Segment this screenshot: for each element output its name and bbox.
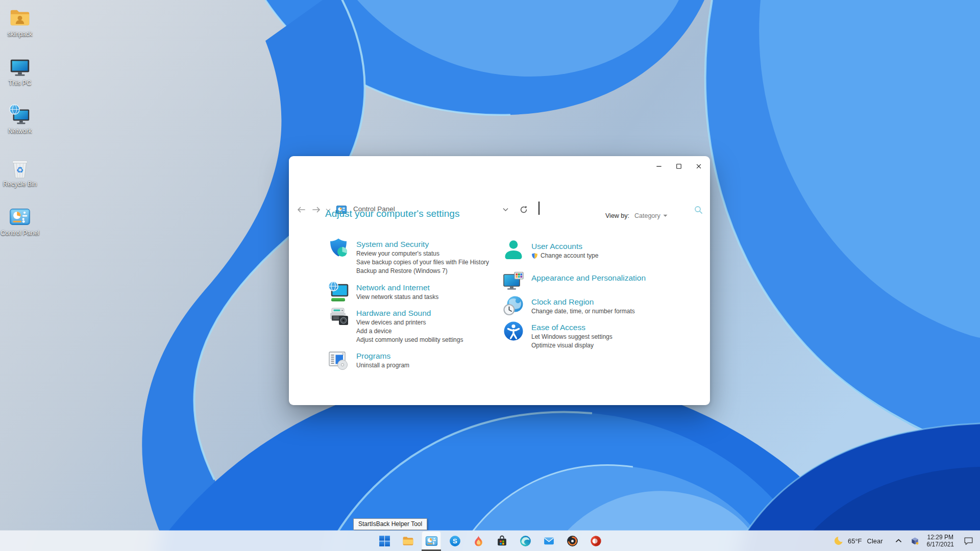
chevron-down-icon bbox=[503, 208, 508, 212]
appearance-personalization-icon bbox=[502, 270, 525, 293]
clock-widget[interactable]: 12:29 PM 6/17/2021 bbox=[927, 534, 954, 548]
category-link[interactable]: Let Windows suggest settings bbox=[531, 333, 612, 341]
desktop: skinpack This PC Network ♻ Recycl bbox=[0, 0, 980, 551]
close-icon bbox=[695, 163, 702, 170]
back-button[interactable] bbox=[295, 203, 307, 216]
desktop-icon-label: Network bbox=[0, 128, 40, 135]
desktop-icon-control-panel[interactable]: Control Panel bbox=[0, 205, 40, 237]
category-title[interactable]: Ease of Access bbox=[531, 322, 612, 333]
taskbar-start-button[interactable] bbox=[375, 531, 394, 550]
category-title[interactable]: Clock and Region bbox=[531, 296, 635, 307]
shield-security-icon bbox=[327, 237, 350, 259]
back-arrow-icon bbox=[296, 206, 306, 214]
category-hardware-and-sound: Hardware and Sound View devices and prin… bbox=[327, 308, 463, 344]
desktop-icon-label: This PC bbox=[0, 80, 40, 87]
network-icon bbox=[8, 103, 32, 127]
category-link[interactable]: Save backup copies of your files with Fi… bbox=[356, 258, 489, 267]
tray-app-button[interactable] bbox=[910, 536, 920, 546]
window-toolbar: Control Panel bbox=[289, 177, 710, 200]
category-link[interactable]: Add a device bbox=[356, 327, 463, 336]
recycle-bin-icon: ♻ bbox=[8, 156, 32, 180]
category-link[interactable]: Change account type bbox=[531, 252, 598, 260]
category-title[interactable]: Programs bbox=[356, 350, 409, 361]
window-titlebar[interactable] bbox=[289, 156, 710, 177]
weather-temp: 65°F bbox=[848, 537, 862, 545]
taskbar-flame-app-button[interactable] bbox=[469, 531, 488, 550]
edge-icon bbox=[519, 535, 532, 547]
programs-icon bbox=[327, 348, 350, 371]
control-panel-icon bbox=[425, 534, 438, 548]
office-icon bbox=[590, 535, 602, 547]
taskbar-control-panel-button[interactable] bbox=[422, 531, 441, 550]
category-link[interactable]: Backup and Restore (Windows 7) bbox=[356, 267, 489, 276]
category-link[interactable]: View network status and tasks bbox=[356, 293, 438, 302]
network-internet-icon bbox=[327, 280, 350, 303]
category-link[interactable]: Adjust commonly used mobility settings bbox=[356, 336, 463, 344]
desktop-icon-label: skinpack bbox=[0, 31, 40, 38]
close-button[interactable] bbox=[691, 160, 706, 172]
category-title[interactable]: Appearance and Personalization bbox=[531, 272, 646, 283]
desktop-icon-skinpack[interactable]: skinpack bbox=[0, 6, 40, 38]
control-panel-window: Control Panel Adjust your computer's set… bbox=[289, 156, 710, 405]
category-title[interactable]: Network and Internet bbox=[356, 282, 438, 293]
search-button[interactable] bbox=[693, 203, 703, 216]
category-title[interactable]: Hardware and Sound bbox=[356, 308, 463, 318]
svg-text:S: S bbox=[452, 537, 457, 545]
taskbar-file-explorer-button[interactable] bbox=[398, 531, 418, 550]
taskbar-mail-button[interactable] bbox=[539, 531, 558, 550]
category-clock-and-region: Clock and Region Change date, time, or n… bbox=[502, 296, 635, 317]
skype-icon: S bbox=[449, 535, 461, 547]
maximize-button[interactable] bbox=[671, 160, 687, 172]
uac-shield-icon bbox=[531, 253, 538, 259]
view-by-dropdown[interactable]: Category bbox=[634, 212, 668, 219]
taskbar-skype-button[interactable]: S bbox=[445, 531, 464, 550]
taskbar: S bbox=[0, 531, 980, 551]
control-panel-icon bbox=[8, 205, 32, 229]
category-programs: Programs Uninstall a program bbox=[327, 350, 409, 371]
category-title[interactable]: System and Security bbox=[356, 239, 489, 249]
desktop-icon-recycle-bin[interactable]: ♻ Recycle Bin bbox=[0, 156, 40, 188]
media-player-icon bbox=[566, 535, 579, 547]
category-link[interactable]: View devices and printers bbox=[356, 318, 463, 327]
chat-bubble-icon bbox=[963, 536, 974, 546]
tray-time: 12:29 PM bbox=[927, 534, 954, 541]
refresh-button[interactable] bbox=[519, 203, 529, 216]
weather-widget[interactable]: 65°F Clear bbox=[833, 536, 883, 546]
category-link[interactable]: Change date, time, or number formats bbox=[531, 307, 635, 316]
notifications-button[interactable] bbox=[963, 536, 974, 546]
desktop-icon-network[interactable]: Network bbox=[0, 103, 40, 135]
system-tray: 65°F Clear 12:29 PM 6/17/2021 bbox=[833, 531, 980, 551]
hardware-sound-icon bbox=[327, 306, 350, 328]
taskbar-microsoft-store-button[interactable] bbox=[492, 531, 511, 550]
taskbar-edge-button[interactable] bbox=[516, 531, 535, 550]
category-user-accounts: User Accounts Change account type bbox=[502, 241, 598, 261]
taskbar-media-player-button[interactable] bbox=[562, 531, 582, 550]
search-caret bbox=[538, 202, 540, 215]
moon-clear-icon bbox=[833, 536, 843, 546]
category-appearance-personalization: Appearance and Personalization bbox=[502, 272, 646, 293]
taskbar-tooltip: StartIsBack Helper Tool bbox=[353, 518, 427, 530]
clock-region-icon bbox=[502, 294, 525, 317]
category-link[interactable]: Review your computer's status bbox=[356, 249, 489, 258]
search-icon bbox=[694, 206, 703, 214]
category-link[interactable]: Uninstall a program bbox=[356, 361, 409, 370]
user-folder-icon bbox=[8, 6, 32, 30]
svg-text:♻: ♻ bbox=[16, 165, 24, 175]
minimize-button[interactable] bbox=[651, 160, 667, 172]
maximize-icon bbox=[675, 163, 682, 170]
desktop-icon-label: Recycle Bin bbox=[0, 181, 40, 188]
category-link[interactable]: Optimize visual display bbox=[531, 341, 612, 350]
microsoft-store-icon bbox=[496, 535, 508, 547]
taskbar-center-icons: S bbox=[375, 531, 605, 551]
chevron-down-icon bbox=[663, 214, 668, 217]
forward-button[interactable] bbox=[310, 203, 323, 216]
ease-of-access-icon bbox=[502, 320, 525, 342]
category-title[interactable]: User Accounts bbox=[531, 241, 598, 252]
this-pc-icon bbox=[8, 55, 32, 79]
taskbar-office-button[interactable] bbox=[586, 531, 605, 550]
show-hidden-icons-button[interactable] bbox=[895, 539, 902, 543]
category-system-and-security: System and Security Review your computer… bbox=[327, 239, 489, 276]
view-by-label: View by: bbox=[605, 212, 629, 219]
desktop-icon-this-pc[interactable]: This PC bbox=[0, 55, 40, 87]
address-dropdown-button[interactable] bbox=[501, 203, 509, 216]
